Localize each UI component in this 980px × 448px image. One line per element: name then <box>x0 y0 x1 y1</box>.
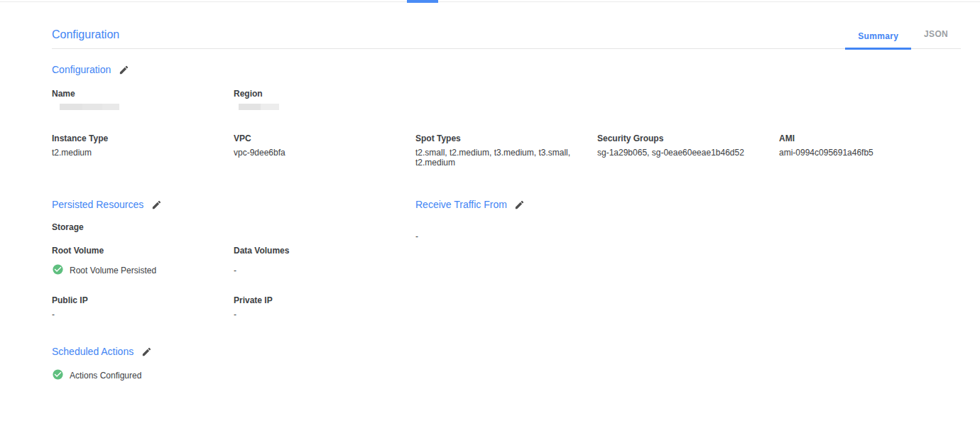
field-spot-types-label: Spot Types <box>415 133 597 143</box>
field-name-label: Name <box>52 89 234 99</box>
top-tab-strip <box>0 0 980 3</box>
edit-pencil-icon <box>151 200 162 210</box>
page-header: Configuration Summary JSON <box>52 3 961 49</box>
field-private-ip-value: - <box>234 310 415 319</box>
configuration-fields-row2: Instance Type t2.medium VPC vpc-9dee6bfa… <box>52 133 980 168</box>
volumes-row: Root Volume Root Volume Persisted Data V… <box>52 246 415 277</box>
edit-pencil-icon <box>119 65 129 75</box>
scheduled-actions-status-text: Actions Configured <box>70 370 141 382</box>
check-circle-icon <box>52 263 64 278</box>
field-public-ip-label: Public IP <box>52 295 234 305</box>
page-title: Configuration <box>52 28 119 48</box>
field-private-ip-label: Private IP <box>234 295 415 305</box>
edit-configuration-button[interactable] <box>118 64 129 75</box>
field-root-volume: Root Volume Root Volume Persisted <box>52 246 234 277</box>
field-data-volumes: Data Volumes - <box>234 246 415 277</box>
storage-subheading: Storage <box>52 222 415 232</box>
field-vpc-value: vpc-9dee6bfa <box>234 148 415 158</box>
receive-traffic-value: - <box>415 231 961 241</box>
receive-traffic-section-title: Receive Traffic From <box>415 199 507 210</box>
section-receive-traffic-from: Receive Traffic From - <box>415 199 961 319</box>
edit-persisted-resources-button[interactable] <box>151 199 162 210</box>
field-security-groups-label: Security Groups <box>597 133 779 143</box>
field-instance-type-value: t2.medium <box>52 148 234 158</box>
configuration-section-title: Configuration <box>52 64 111 75</box>
configuration-fields-row1: Name Region <box>52 89 980 110</box>
field-data-volumes-value: - <box>234 265 415 277</box>
persisted-resources-section-title: Persisted Resources <box>52 199 143 210</box>
root-volume-status-text: Root Volume Persisted <box>70 265 156 277</box>
middle-sections-row: Persisted Resources Storage Root Volume … <box>52 199 980 319</box>
field-security-groups: Security Groups sg-1a29b065, sg-0eae60ee… <box>597 133 779 168</box>
ip-row: Public IP - Private IP - <box>52 295 415 319</box>
edit-pencil-icon <box>514 200 525 210</box>
tab-json[interactable]: JSON <box>911 29 961 48</box>
field-vpc-label: VPC <box>234 133 415 143</box>
field-spot-types: Spot Types t2.small, t2.medium, t3.mediu… <box>415 133 597 168</box>
field-ami-label: AMI <box>779 133 961 143</box>
field-name: Name <box>52 89 234 110</box>
scheduled-actions-status: Actions Configured <box>52 370 980 382</box>
field-ami: AMI ami-0994c095691a46fb5 <box>779 133 961 168</box>
field-ami-value: ami-0994c095691a46fb5 <box>779 148 961 158</box>
configuration-title-row: Configuration <box>52 64 980 75</box>
field-instance-type: Instance Type t2.medium <box>52 133 234 168</box>
field-security-groups-value: sg-1a29b065, sg-0eae60eeae1b46d52 <box>597 148 779 158</box>
field-spot-types-value: t2.small, t2.medium, t3.medium, t3.small… <box>415 148 597 168</box>
tab-summary[interactable]: Summary <box>845 31 911 50</box>
field-name-redacted-value <box>60 104 119 110</box>
scheduled-actions-title-row: Scheduled Actions <box>52 346 980 357</box>
edit-pencil-icon <box>141 346 152 357</box>
receive-traffic-title-row: Receive Traffic From <box>415 199 961 210</box>
scheduled-actions-section-title: Scheduled Actions <box>52 346 134 357</box>
root-volume-status: Root Volume Persisted <box>52 265 234 277</box>
field-vpc: VPC vpc-9dee6bfa <box>234 133 415 168</box>
field-region-label: Region <box>234 89 415 99</box>
section-persisted-resources: Persisted Resources Storage Root Volume … <box>52 199 415 319</box>
top-divider <box>0 1 980 2</box>
persisted-resources-title-row: Persisted Resources <box>52 199 415 210</box>
view-tabs: Summary JSON <box>845 29 961 48</box>
field-public-ip: Public IP - <box>52 295 234 319</box>
edit-scheduled-actions-button[interactable] <box>141 346 152 357</box>
field-region-redacted-value <box>239 104 279 110</box>
section-scheduled-actions: Scheduled Actions Actions Configured <box>52 346 980 382</box>
field-root-volume-label: Root Volume <box>52 246 234 256</box>
field-public-ip-value: - <box>52 310 234 319</box>
edit-receive-traffic-button[interactable] <box>514 199 526 210</box>
content: Configuration Name Region Instance Type … <box>0 64 980 382</box>
field-private-ip: Private IP - <box>234 295 415 319</box>
section-configuration: Configuration Name Region Instance Type … <box>52 64 980 168</box>
field-data-volumes-label: Data Volumes <box>234 246 415 256</box>
field-instance-type-label: Instance Type <box>52 133 234 143</box>
check-circle-icon <box>52 368 64 383</box>
active-tab-indicator <box>407 0 438 3</box>
field-region: Region <box>234 89 415 110</box>
